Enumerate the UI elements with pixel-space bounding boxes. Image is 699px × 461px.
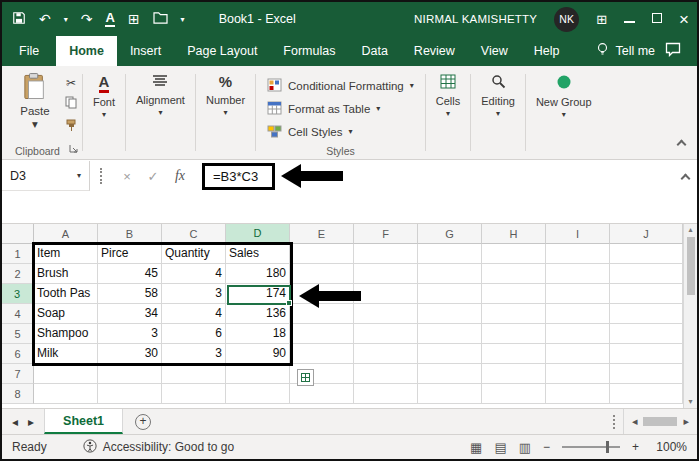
undo-icon[interactable]: ↶: [39, 12, 51, 26]
cell[interactable]: [290, 324, 354, 344]
cut-icon[interactable]: ✂: [66, 77, 76, 89]
cell[interactable]: [290, 384, 354, 404]
cell[interactable]: [546, 304, 610, 324]
tab-help[interactable]: Help: [521, 36, 573, 66]
normal-view-icon[interactable]: ▦: [470, 441, 482, 454]
cell[interactable]: [418, 324, 482, 344]
copy-icon[interactable]: [65, 96, 77, 112]
cell-D1[interactable]: Sales: [226, 244, 290, 264]
cell[interactable]: [418, 344, 482, 364]
cell[interactable]: [98, 364, 162, 384]
cell[interactable]: [546, 324, 610, 344]
close-button[interactable]: ×: [679, 11, 689, 28]
cell[interactable]: [482, 364, 546, 384]
scroll-down-icon[interactable]: ▾: [688, 398, 692, 406]
cells-group-button[interactable]: Cells ▾: [427, 68, 469, 159]
cell[interactable]: [354, 344, 418, 364]
format-painter-icon[interactable]: [65, 119, 77, 135]
row-header-3[interactable]: 3: [2, 284, 34, 304]
cell-D5[interactable]: 18: [226, 324, 290, 344]
underline-icon[interactable]: A: [105, 11, 114, 27]
cell[interactable]: [482, 264, 546, 284]
cell-C4[interactable]: 4: [162, 304, 226, 324]
cell-A5[interactable]: Shampoo: [34, 324, 98, 344]
tab-data[interactable]: Data: [348, 36, 400, 66]
cell[interactable]: [354, 324, 418, 344]
zoom-slider[interactable]: [562, 446, 620, 448]
cell-A6[interactable]: Milk: [34, 344, 98, 364]
formula-input[interactable]: =B3*C3: [213, 169, 258, 184]
row-header-8[interactable]: 8: [2, 384, 34, 404]
cell-B2[interactable]: 45: [98, 264, 162, 284]
cell-B6[interactable]: 30: [98, 344, 162, 364]
cell[interactable]: [610, 324, 683, 344]
vertical-scrollbar-thumb[interactable]: [687, 237, 695, 295]
tab-review[interactable]: Review: [401, 36, 468, 66]
tab-view[interactable]: View: [468, 36, 521, 66]
cell-B1[interactable]: Pirce: [98, 244, 162, 264]
cell-D3[interactable]: 174: [226, 284, 290, 304]
cell[interactable]: [354, 244, 418, 264]
sheet-tab-sheet1[interactable]: Sheet1: [44, 409, 123, 434]
page-break-view-icon[interactable]: ▥: [519, 441, 531, 454]
cell[interactable]: [354, 364, 418, 384]
cell-D6[interactable]: 90: [226, 344, 290, 364]
cell[interactable]: [418, 364, 482, 384]
save-icon[interactable]: [12, 11, 26, 28]
enter-icon[interactable]: ✓: [140, 169, 166, 184]
clipboard-dialog-launcher-icon[interactable]: [69, 142, 78, 156]
cell-A1[interactable]: Item: [34, 244, 98, 264]
cell-styles-button[interactable]: Cell Styles ▾: [267, 122, 414, 142]
col-header-A[interactable]: A: [34, 224, 98, 244]
tab-file[interactable]: File: [2, 36, 56, 66]
col-header-B[interactable]: B: [98, 224, 162, 244]
row-header-2[interactable]: 2: [2, 264, 34, 284]
cell-C3[interactable]: 3: [162, 284, 226, 304]
conditional-formatting-button[interactable]: Conditional Formatting ▾: [267, 76, 414, 96]
font-group-button[interactable]: A Font ▾: [84, 68, 124, 159]
cell[interactable]: [98, 384, 162, 404]
col-header-J[interactable]: J: [610, 224, 683, 244]
maximize-button[interactable]: [652, 12, 662, 26]
cell-C2[interactable]: 4: [162, 264, 226, 284]
cell[interactable]: [482, 324, 546, 344]
cell[interactable]: [226, 364, 290, 384]
cell[interactable]: [354, 384, 418, 404]
row-header-6[interactable]: 6: [2, 344, 34, 364]
cell[interactable]: [546, 384, 610, 404]
cell[interactable]: [354, 304, 418, 324]
cell-A4[interactable]: Soap: [34, 304, 98, 324]
cell[interactable]: [34, 364, 98, 384]
cell[interactable]: [418, 304, 482, 324]
name-box[interactable]: D3 ▾: [2, 161, 90, 191]
cell[interactable]: [34, 384, 98, 404]
cell-B4[interactable]: 34: [98, 304, 162, 324]
cell-A2[interactable]: Brush: [34, 264, 98, 284]
cell[interactable]: [290, 244, 354, 264]
cell[interactable]: [610, 304, 683, 324]
cell[interactable]: [610, 364, 683, 384]
alignment-group-button[interactable]: Alignment ▾: [127, 68, 194, 159]
format-as-table-button[interactable]: Format as Table ▾: [267, 99, 414, 119]
new-group-button[interactable]: New Group ▾: [527, 68, 601, 159]
avatar[interactable]: NK: [554, 7, 579, 32]
insert-function-icon[interactable]: fx: [166, 168, 194, 184]
cell[interactable]: [610, 264, 683, 284]
ribbon-display-options-icon[interactable]: ⊞: [596, 13, 607, 26]
col-header-E[interactable]: E: [290, 224, 354, 244]
cell[interactable]: [482, 344, 546, 364]
zoom-in-icon[interactable]: +: [632, 440, 639, 454]
cell[interactable]: [290, 344, 354, 364]
cell[interactable]: [482, 384, 546, 404]
add-sheet-button[interactable]: +: [135, 414, 151, 430]
cell[interactable]: [354, 284, 418, 304]
col-header-D[interactable]: D: [226, 224, 290, 244]
cell[interactable]: [418, 264, 482, 284]
customize-toolbar-icon[interactable]: ▾: [181, 15, 185, 24]
col-header-H[interactable]: H: [482, 224, 546, 244]
cell-C5[interactable]: 6: [162, 324, 226, 344]
h-scroll-left-icon[interactable]: ◂: [632, 415, 638, 428]
cell-B5[interactable]: 3: [98, 324, 162, 344]
cell[interactable]: [418, 284, 482, 304]
cell-D4[interactable]: 136: [226, 304, 290, 324]
